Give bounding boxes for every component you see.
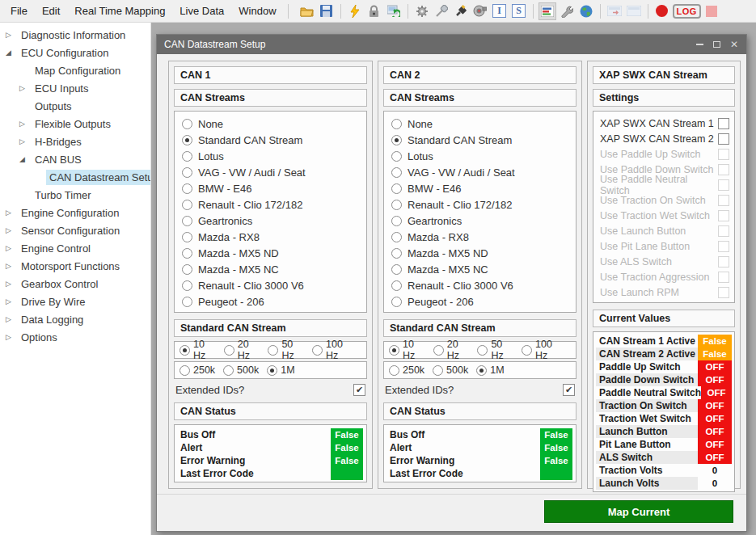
menu-item[interactable]: File [3, 2, 35, 20]
radio-button-icon[interactable] [182, 135, 192, 145]
radio-button-icon[interactable] [182, 151, 192, 162]
minimize-icon[interactable] [696, 44, 703, 45]
radio-button-icon[interactable] [182, 216, 192, 226]
tree-item-label[interactable]: Map Configuration [32, 63, 124, 78]
can-stream-option[interactable]: Geartronics [384, 213, 576, 229]
setting-checkbox[interactable] [718, 225, 729, 237]
can-stream-option[interactable]: VAG - VW / Audi / Seat [384, 164, 576, 180]
radio-button-icon[interactable] [391, 151, 402, 162]
can-stream-option[interactable]: Geartronics [175, 213, 366, 229]
radio-button-icon[interactable] [182, 297, 192, 307]
open-folder-icon[interactable] [298, 2, 316, 20]
radio-button-icon[interactable] [268, 345, 278, 356]
tree-item-label[interactable]: ECU Inputs [32, 81, 91, 96]
radio-button-icon[interactable] [391, 200, 402, 210]
tree-item[interactable]: Sensor Configuration [0, 221, 150, 239]
tree-item-label[interactable]: Flexible Outputs [32, 116, 114, 132]
menu-item[interactable]: Real Time Mapping [67, 2, 172, 20]
s-box-icon[interactable]: S [510, 2, 528, 20]
can-stream-option[interactable]: Mazda - RX8 [175, 229, 366, 245]
radio-button-icon[interactable] [182, 248, 192, 259]
tree-item[interactable]: Outputs [0, 97, 150, 115]
radio-button-icon[interactable] [391, 280, 402, 291]
can-stream-option[interactable]: Mazda - MX5 NC [175, 261, 366, 277]
radio-button-icon[interactable] [391, 297, 402, 307]
radio-button-icon[interactable] [477, 345, 488, 356]
setting-checkbox[interactable] [718, 118, 729, 129]
can-stream-option[interactable]: Renault - Clio 172/182 [384, 196, 576, 213]
detach-window-icon[interactable] [606, 2, 623, 20]
baud-option[interactable]: 500k [433, 364, 468, 376]
menu-item[interactable]: Live Data [172, 2, 231, 20]
tree-item[interactable]: CAN BUS [0, 150, 150, 168]
chart-icon[interactable] [538, 2, 556, 20]
tree-item-label[interactable]: Gearbox Control [18, 276, 101, 292]
tree-item[interactable]: Gearbox Control [0, 275, 150, 293]
radio-button-icon[interactable] [182, 264, 192, 275]
tree-expander-icon[interactable] [6, 315, 18, 323]
radio-button-icon[interactable] [391, 135, 402, 145]
setting-checkbox[interactable] [718, 241, 729, 252]
radio-button-icon[interactable] [182, 280, 192, 291]
tree-item[interactable]: ECU Configuration [0, 44, 150, 61]
can-stream-option[interactable]: Mazda - MX5 NC [384, 261, 576, 277]
tree-item-label[interactable]: Diagnostic Information [18, 27, 129, 43]
rate-option[interactable]: 10 Hz [179, 339, 216, 361]
tree-item-label[interactable]: CAN Datastream Setup [46, 170, 151, 185]
tree-item-label[interactable]: Engine Control [18, 241, 94, 256]
tree-expander-icon[interactable] [6, 280, 18, 288]
tree-expander-icon[interactable] [6, 333, 18, 341]
tree-expander-icon[interactable] [6, 262, 18, 270]
setting-checkbox[interactable] [718, 195, 729, 206]
rate-option[interactable]: 20 Hz [224, 339, 260, 361]
tree-expander-icon[interactable] [6, 226, 18, 234]
can-stream-option[interactable]: Lotus [384, 148, 576, 164]
radio-button-icon[interactable] [179, 365, 190, 376]
baud-option[interactable]: 250k [179, 364, 215, 376]
radio-button-icon[interactable] [391, 232, 402, 242]
lock-icon[interactable] [365, 2, 383, 20]
log-button[interactable]: LOG [673, 2, 701, 20]
tree-item[interactable]: Turbo Timer [0, 186, 150, 204]
tree-expander-icon[interactable] [19, 84, 32, 92]
tree-item-label[interactable]: H-Bridges [32, 134, 85, 150]
radio-button-icon[interactable] [223, 365, 234, 376]
radio-button-icon[interactable] [433, 365, 443, 376]
tree-item[interactable]: Diagnostic Information [0, 26, 150, 44]
setting-checkbox[interactable] [718, 179, 729, 191]
setting-checkbox[interactable] [718, 272, 729, 283]
tree-item[interactable]: H-Bridges [0, 133, 150, 150]
save-icon[interactable] [318, 2, 336, 20]
rate-option[interactable]: 10 Hz [389, 339, 425, 361]
tree-item[interactable]: CAN Datastream Setup [0, 168, 150, 186]
can-stream-option[interactable]: BMW - E46 [384, 180, 576, 196]
tree-expander-icon[interactable] [19, 137, 32, 145]
tree-item[interactable]: Engine Control [0, 239, 150, 257]
radio-button-icon[interactable] [267, 365, 277, 376]
tree-item-label[interactable]: ECU Configuration [18, 45, 112, 61]
can-stream-option[interactable]: Mazda - RX8 [384, 229, 576, 245]
lightning-icon[interactable] [346, 2, 364, 20]
can-stream-option[interactable]: Peugeot - 206 [175, 293, 366, 310]
radio-button-icon[interactable] [391, 216, 402, 226]
can-stream-option[interactable]: Standard CAN Stream [175, 132, 366, 148]
baud-option[interactable]: 250k [389, 364, 424, 376]
menu-item[interactable]: Window [231, 2, 283, 20]
tree-item-label[interactable]: Outputs [32, 99, 75, 114]
tree-expander-icon[interactable] [6, 297, 18, 305]
tree-item-label[interactable]: Turbo Timer [32, 187, 95, 203]
map-current-button[interactable]: Map Current [544, 500, 733, 523]
gear-icon[interactable] [413, 2, 431, 20]
globe-icon[interactable] [577, 2, 595, 20]
radio-button-icon[interactable] [182, 232, 192, 242]
radio-button-icon[interactable] [391, 183, 402, 194]
stop-icon[interactable] [703, 2, 720, 20]
setting-checkbox[interactable] [718, 287, 729, 298]
menu-item[interactable]: Edit [35, 2, 67, 20]
can-stream-option[interactable]: Peugeot - 206 [384, 293, 576, 310]
baud-option[interactable]: 1M [476, 364, 504, 376]
radio-button-icon[interactable] [391, 264, 402, 275]
radio-button-icon[interactable] [182, 167, 192, 178]
tree-item-label[interactable]: Sensor Configuration [18, 223, 123, 238]
setting-checkbox[interactable] [718, 133, 729, 145]
